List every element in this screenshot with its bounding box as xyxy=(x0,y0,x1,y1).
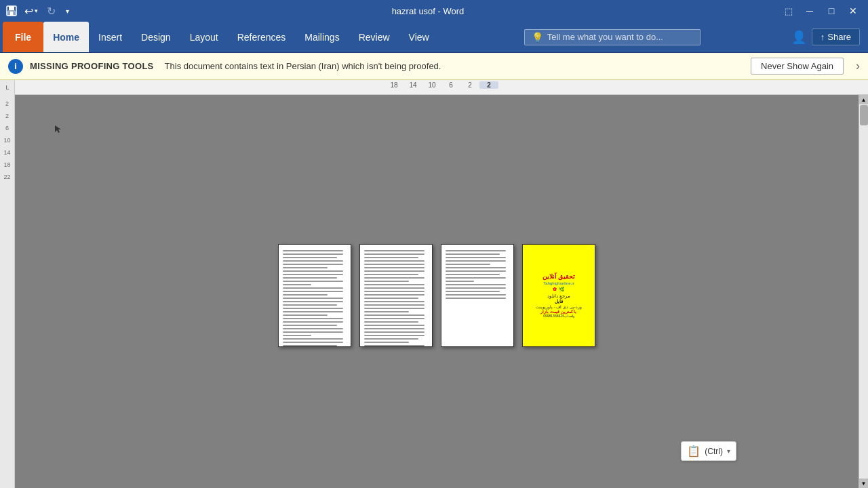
ad-title: تحقیق آنلاین xyxy=(542,273,576,280)
page-1-content xyxy=(279,245,351,347)
ad-phone: واتساپ09981366624 xyxy=(543,314,574,318)
tab-insert[interactable]: Insert xyxy=(89,22,132,52)
ruler-num-6: 6 xyxy=(441,81,460,89)
paste-dropdown-icon[interactable]: ▾ xyxy=(727,447,730,455)
ruler-corner: L xyxy=(0,80,15,95)
line xyxy=(364,284,425,285)
line xyxy=(364,291,425,292)
paste-ctrl-label: (Ctrl) xyxy=(705,447,723,456)
document-area[interactable]: تحقیق آنلاین Tahghighonline.ir ✿ 🌿 مرجع … xyxy=(15,95,859,488)
never-show-again-button[interactable]: Never Show Again xyxy=(751,58,844,75)
ribbon-search: 💡 Tell me what you want to do... xyxy=(439,22,786,52)
line xyxy=(364,338,418,340)
info-icon: i xyxy=(8,59,23,74)
scroll-track[interactable] xyxy=(859,104,868,479)
line xyxy=(364,318,425,319)
line xyxy=(283,277,337,279)
undo-dropdown-icon[interactable]: ▾ xyxy=(35,7,38,14)
scroll-thumb[interactable] xyxy=(860,105,868,125)
page-3-content xyxy=(441,245,513,304)
line xyxy=(283,342,343,343)
search-box[interactable]: 💡 Tell me what you want to do... xyxy=(524,29,701,45)
line xyxy=(283,270,343,272)
line xyxy=(364,298,418,299)
window-controls: ─ □ ✕ xyxy=(800,4,863,18)
save-icon[interactable] xyxy=(5,5,18,17)
line xyxy=(446,291,500,292)
paste-icon: 📋 xyxy=(687,445,701,458)
line xyxy=(364,321,418,323)
tab-home[interactable]: Home xyxy=(43,22,89,52)
line xyxy=(364,250,425,251)
line xyxy=(446,267,506,268)
notification-close-button[interactable]: › xyxy=(856,59,860,73)
page-4-ad: تحقیق آنلاین Tahghighonline.ir ✿ 🌿 مرجع … xyxy=(523,245,595,346)
close-button[interactable]: ✕ xyxy=(844,4,863,18)
line xyxy=(364,281,409,282)
line xyxy=(283,281,343,282)
tab-view[interactable]: View xyxy=(399,22,439,52)
undo-button[interactable]: ↩ ▾ xyxy=(22,3,41,19)
line xyxy=(283,345,337,346)
scroll-up-button[interactable]: ▲ xyxy=(859,95,869,104)
page-4: تحقیق آنلاین Tahghighonline.ir ✿ 🌿 مرجع … xyxy=(522,244,595,347)
vertical-ruler-numbers: 2 2 6 10 14 18 22 xyxy=(1,98,14,183)
content-area: 2 2 6 10 14 18 22 xyxy=(0,95,868,488)
line xyxy=(283,335,311,336)
line xyxy=(283,257,337,258)
share-label: Share xyxy=(827,32,851,42)
title-bar: ↩ ▾ ↻ ▾ hazrat usof - Word ⬚ ─ □ ✕ xyxy=(0,0,868,22)
line xyxy=(283,267,328,268)
tab-design[interactable]: Design xyxy=(132,22,180,52)
scroll-down-button[interactable]: ▼ xyxy=(859,479,869,488)
account-icon[interactable]: 👤 xyxy=(791,30,806,45)
tab-layout[interactable]: Layout xyxy=(180,22,228,52)
line xyxy=(283,308,343,309)
line xyxy=(283,338,343,340)
svg-rect-2 xyxy=(9,12,14,16)
paste-tooltip[interactable]: 📋 (Ctrl) ▾ xyxy=(681,441,736,461)
v-ruler-6: 6 xyxy=(1,122,14,134)
line xyxy=(283,287,343,289)
line xyxy=(446,287,506,289)
restore-down-icon[interactable]: ⬚ xyxy=(783,5,795,17)
line xyxy=(283,314,328,316)
ruler-num-2b: 2 xyxy=(479,81,498,89)
lightbulb-icon: 💡 xyxy=(532,32,543,43)
line xyxy=(364,274,418,275)
notification-message: This document contains text in Persian (… xyxy=(165,61,441,71)
page-1 xyxy=(278,244,351,347)
line xyxy=(446,250,506,251)
line xyxy=(446,277,506,279)
v-ruler-14: 14 xyxy=(1,146,14,159)
minimize-button[interactable]: ─ xyxy=(800,4,819,18)
vertical-scrollbar[interactable]: ▲ ▼ xyxy=(859,95,868,488)
ad-file: فایل xyxy=(555,299,563,304)
search-placeholder: Tell me what you want to do... xyxy=(547,32,663,42)
line xyxy=(283,294,328,296)
line xyxy=(364,342,409,343)
line xyxy=(364,335,425,336)
line xyxy=(283,304,337,306)
share-button[interactable]: ↑ Share xyxy=(812,28,860,45)
line xyxy=(364,294,425,296)
redo-button[interactable]: ↻ xyxy=(45,5,57,17)
ruler-corner-btn[interactable]: L xyxy=(0,80,15,95)
line xyxy=(364,304,425,306)
tab-file[interactable]: File xyxy=(3,22,43,52)
tab-mailings[interactable]: Mailings xyxy=(295,22,349,52)
tab-review[interactable]: Review xyxy=(349,22,399,52)
v-ruler-2b: 2 xyxy=(1,110,14,122)
line xyxy=(283,291,343,292)
line xyxy=(446,253,500,255)
notification-title: MISSING PROOFING TOOLS xyxy=(30,61,154,71)
line xyxy=(446,281,474,282)
v-ruler-22: 22 xyxy=(1,171,14,183)
svg-rect-1 xyxy=(9,6,14,10)
customize-button[interactable]: ▾ xyxy=(61,5,73,17)
maximize-button[interactable]: □ xyxy=(822,4,841,18)
tab-references[interactable]: References xyxy=(228,22,296,52)
line xyxy=(364,308,425,309)
v-ruler-18: 18 xyxy=(1,159,14,171)
document-title: hazrat usof - Word xyxy=(73,6,783,16)
